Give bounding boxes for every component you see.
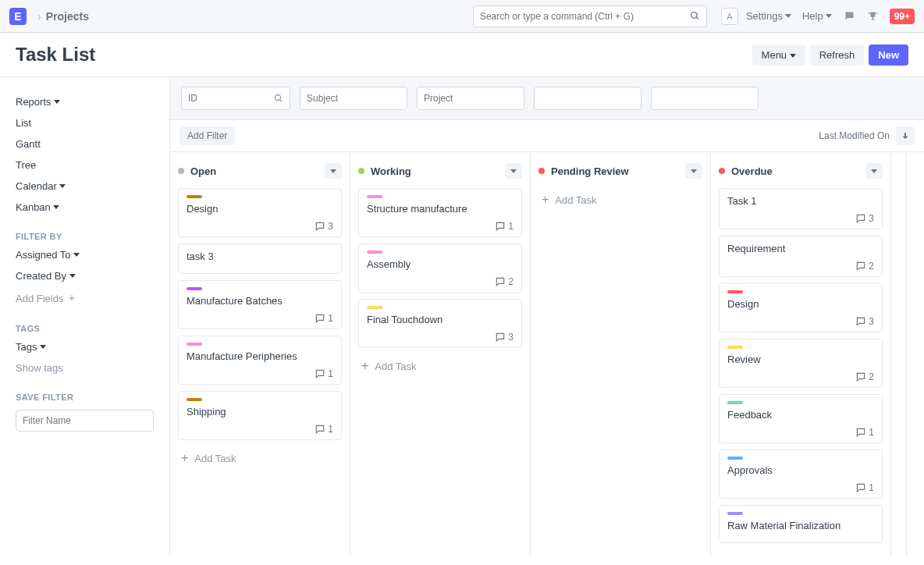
- chat-icon[interactable]: [843, 9, 857, 23]
- task-card[interactable]: task 3: [178, 243, 342, 274]
- card-footer: 1: [367, 221, 514, 232]
- app-logo[interactable]: E: [9, 8, 27, 25]
- filter-extra-2[interactable]: [651, 87, 759, 110]
- kanban-column: Pending Review+Add Task: [531, 152, 711, 556]
- card-footer: 3: [367, 332, 514, 343]
- filter-extra-1[interactable]: [534, 87, 641, 110]
- card-title: Final Touchdown: [367, 314, 514, 325]
- filter-extra-1-input[interactable]: [541, 93, 634, 104]
- sidebar-view-tree[interactable]: Tree: [16, 155, 154, 176]
- main-content: Add Filter Last Modified On OpenDesign3t…: [170, 77, 924, 556]
- task-card[interactable]: Review2: [719, 339, 883, 388]
- comment-icon: [855, 371, 866, 382]
- priority-tag: [367, 195, 382, 198]
- caret-down-icon: [790, 54, 796, 58]
- filter-assigned-to[interactable]: Assigned To: [16, 244, 154, 265]
- global-search[interactable]: [473, 5, 707, 27]
- settings-menu[interactable]: Settings: [746, 10, 791, 22]
- comment-icon: [315, 221, 325, 232]
- refresh-button[interactable]: Refresh: [810, 44, 865, 66]
- notification-badge[interactable]: 99+: [890, 9, 915, 24]
- column-header: Open: [178, 163, 342, 179]
- sidebar-view-list[interactable]: List: [16, 112, 154, 133]
- tags-dropdown[interactable]: Tags: [16, 336, 154, 357]
- task-card[interactable]: Manufacture Peripheries1: [178, 336, 342, 385]
- sidebar-view-kanban[interactable]: Kanban: [16, 197, 154, 218]
- column-menu-button[interactable]: [865, 163, 883, 179]
- filter-id-input[interactable]: [188, 93, 274, 104]
- add-task-button[interactable]: +Add Task: [538, 188, 702, 211]
- kanban-board: OpenDesign3task 3Manufacture Batches1Man…: [170, 152, 924, 556]
- filter-project-input[interactable]: [424, 93, 517, 104]
- filter-name-input[interactable]: [16, 410, 154, 432]
- comment-icon: [855, 213, 866, 224]
- comment-icon: [495, 221, 506, 232]
- filter-subject[interactable]: [300, 87, 407, 110]
- add-task-label: Add Task: [375, 361, 416, 372]
- task-card[interactable]: Design3: [178, 188, 342, 237]
- search-icon: [274, 94, 283, 103]
- plus-icon: +: [361, 359, 368, 373]
- priority-tag: [367, 306, 382, 309]
- column-header: Working: [358, 163, 522, 179]
- add-filter-button[interactable]: Add Filter: [179, 126, 235, 145]
- kanban-column-partial: [891, 152, 907, 556]
- card-title: Manufacture Batches: [187, 295, 333, 307]
- filter-created-by[interactable]: Created By: [16, 265, 154, 286]
- help-menu[interactable]: Help: [802, 10, 832, 22]
- trophy-icon[interactable]: [866, 9, 880, 23]
- column-menu-button[interactable]: [325, 163, 342, 179]
- breadcrumb[interactable]: Projects: [46, 10, 89, 23]
- add-task-button[interactable]: +Add Task: [178, 446, 342, 470]
- task-card[interactable]: Feedback1: [719, 394, 883, 443]
- avatar[interactable]: A: [721, 8, 738, 25]
- sort-label[interactable]: Last Modified On: [819, 130, 890, 141]
- task-card[interactable]: Manufacture Batches1: [178, 280, 342, 329]
- caret-down-icon: [59, 184, 66, 188]
- svg-point-2: [275, 95, 281, 101]
- filter-project[interactable]: [417, 87, 524, 110]
- filter-id[interactable]: [181, 87, 290, 110]
- card-title: task 3: [187, 251, 333, 262]
- column-title: Working: [371, 165, 505, 177]
- comment-count: 1: [328, 424, 333, 435]
- column-menu-button[interactable]: [685, 163, 702, 179]
- task-card[interactable]: Structure manufacture1: [358, 188, 522, 237]
- svg-line-1: [696, 17, 698, 20]
- menu-button[interactable]: Menu: [752, 44, 805, 66]
- filter-extra-2-input[interactable]: [658, 93, 752, 104]
- caret-down-icon: [54, 100, 60, 104]
- task-card[interactable]: Requirement2: [719, 236, 883, 277]
- task-card[interactable]: Assembly2: [358, 243, 522, 293]
- task-card[interactable]: Task 13: [719, 188, 883, 229]
- sort-direction-button[interactable]: [896, 126, 915, 145]
- search-input[interactable]: [480, 11, 690, 22]
- comment-count: 3: [869, 213, 874, 224]
- task-card[interactable]: Approvals1: [719, 450, 883, 499]
- task-card[interactable]: Shipping1: [178, 391, 342, 440]
- comment-icon: [315, 424, 325, 435]
- sidebar-reports[interactable]: Reports: [16, 91, 154, 112]
- priority-tag: [727, 512, 743, 515]
- sidebar-view-calendar[interactable]: Calendar: [16, 176, 154, 197]
- task-card[interactable]: Raw Material Finalization: [719, 505, 883, 543]
- comment-count: 1: [328, 313, 333, 324]
- new-button[interactable]: New: [869, 44, 908, 66]
- caret-down-icon: [69, 274, 76, 278]
- show-tags-button[interactable]: Show tags: [16, 357, 154, 378]
- column-menu-button[interactable]: [505, 163, 522, 179]
- add-task-button[interactable]: +Add Task: [358, 354, 522, 378]
- task-card[interactable]: Design3: [719, 283, 883, 332]
- status-dot-icon: [719, 168, 725, 174]
- sidebar-view-gantt[interactable]: Gantt: [16, 133, 154, 155]
- plus-icon: ＋: [66, 291, 77, 305]
- caret-down-icon: [871, 169, 877, 173]
- task-card[interactable]: Final Touchdown3: [358, 299, 522, 348]
- comment-count: 3: [328, 221, 333, 232]
- search-icon: [690, 11, 700, 21]
- card-title: Manufacture Peripheries: [187, 350, 333, 362]
- filter-subject-input[interactable]: [307, 93, 400, 104]
- add-task-label: Add Task: [555, 194, 596, 206]
- sidebar: Reports List Gantt Tree Calendar Kanban …: [0, 77, 170, 556]
- add-fields-button[interactable]: Add Fields＋: [16, 286, 154, 310]
